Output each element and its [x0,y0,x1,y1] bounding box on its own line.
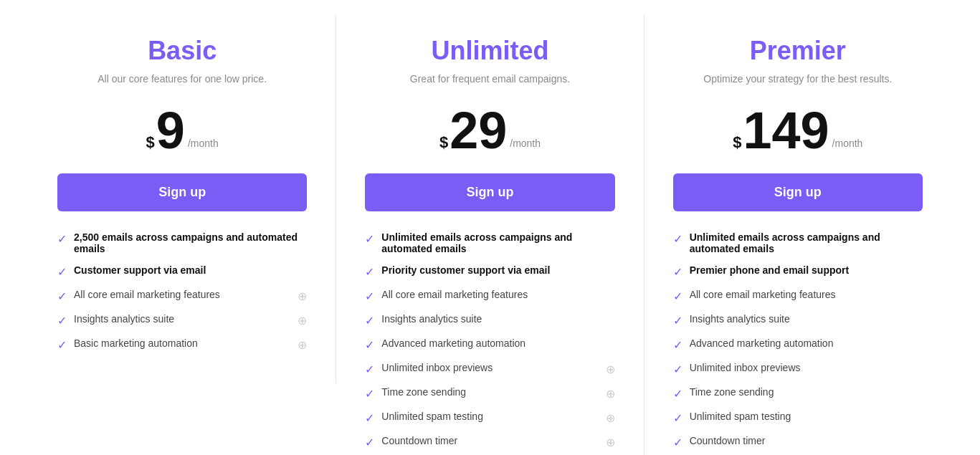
plan-name-unlimited: Unlimited [365,36,614,66]
list-item: ✓Advanced marketing automation [365,337,614,352]
list-item: ✓Unlimited inbox previews⊕ [365,362,614,376]
list-item: ✓Advanced marketing automation [673,337,923,352]
list-item: ✓Countdown timer⊕ [365,435,614,449]
check-icon: ✓ [673,411,682,425]
check-icon: ✓ [57,314,67,327]
feature-text: Insights analytics suite [74,313,290,325]
price-row-premier: $149/month [673,105,923,156]
feature-text: Unlimited emails across campaigns and au… [381,231,614,254]
feature-text: Countdown timer [381,435,598,446]
list-item: ✓All core email marketing features [365,289,614,303]
feature-text: Time zone sending [690,386,923,398]
feature-text: Countdown timer [690,435,923,446]
plan-card-unlimited: UnlimitedGreat for frequent email campai… [336,14,644,455]
feature-text: Insights analytics suite [381,313,614,325]
list-item: ✓2,500 emails across campaigns and autom… [57,231,307,254]
check-icon: ✓ [673,314,682,327]
feature-text: Premier phone and email support [690,264,923,276]
list-item: ✓All core email marketing features [673,289,923,303]
plan-card-premier: PremierOptimize your strategy for the be… [644,14,951,455]
check-icon: ✓ [365,232,374,246]
price-period-premier: /month [832,138,863,149]
feature-text: Unlimited spam testing [381,411,598,422]
expand-icon[interactable]: ⊕ [606,363,615,376]
list-item: ✓Customer support via email [57,264,307,279]
price-amount-unlimited: 29 [449,105,507,156]
list-item: ✓Unlimited emails across campaigns and a… [365,231,614,254]
check-icon: ✓ [365,411,374,425]
feature-text: Advanced marketing automation [381,337,614,349]
list-item: ✓Unlimited spam testing [673,411,923,425]
check-icon: ✓ [57,232,67,246]
check-icon: ✓ [673,265,682,279]
check-icon: ✓ [57,265,67,279]
feature-text: Customer support via email [74,264,307,276]
check-icon: ✓ [365,265,374,279]
check-icon: ✓ [57,289,67,303]
feature-text: All core email marketing features [74,289,290,300]
plan-name-premier: Premier [673,36,923,66]
signup-button-unlimited[interactable]: Sign up [365,173,614,211]
expand-icon[interactable]: ⊕ [606,436,615,449]
check-icon: ✓ [365,289,374,303]
plan-tagline-premier: Optimize your strategy for the best resu… [673,73,923,87]
list-item: ✓Time zone sending [673,386,923,401]
pricing-container: BasicAll our core features for one low p… [0,0,980,455]
signup-button-basic[interactable]: Sign up [57,173,307,211]
plan-tagline-basic: All our core features for one low price. [57,73,307,87]
check-icon: ✓ [365,363,374,376]
features-list-premier: ✓Unlimited emails across campaigns and a… [673,231,923,449]
price-amount-basic: 9 [156,105,185,156]
features-list-unlimited: ✓Unlimited emails across campaigns and a… [365,231,614,449]
list-item: ✓Time zone sending⊕ [365,386,614,401]
list-item: ✓Unlimited spam testing⊕ [365,411,614,425]
features-list-basic: ✓2,500 emails across campaigns and autom… [57,231,307,352]
feature-text: Insights analytics suite [690,313,923,325]
list-item: ✓Insights analytics suite [365,313,614,327]
feature-text: All core email marketing features [690,289,923,300]
price-dollar-unlimited: $ [439,135,448,150]
price-period-unlimited: /month [510,138,541,149]
price-period-basic: /month [188,138,219,149]
check-icon: ✓ [673,232,682,246]
check-icon: ✓ [57,338,67,352]
feature-text: Advanced marketing automation [690,337,923,349]
expand-icon[interactable]: ⊕ [298,289,307,303]
price-row-basic: $9/month [57,105,307,156]
check-icon: ✓ [365,387,374,401]
check-icon: ✓ [365,338,374,352]
plan-tagline-unlimited: Great for frequent email campaigns. [365,73,614,87]
list-item: ✓Insights analytics suite⊕ [57,313,307,327]
price-dollar-basic: $ [146,135,155,150]
list-item: ✓Unlimited emails across campaigns and a… [673,231,923,254]
list-item: ✓Priority customer support via email [365,264,614,279]
feature-text: Priority customer support via email [381,264,614,276]
feature-text: Unlimited spam testing [690,411,923,422]
list-item: ✓All core email marketing features⊕ [57,289,307,303]
feature-text: All core email marketing features [381,289,614,300]
feature-text: Unlimited emails across campaigns and au… [690,231,923,254]
check-icon: ✓ [365,314,374,327]
plan-card-basic: BasicAll our core features for one low p… [29,14,336,383]
feature-text: Time zone sending [381,386,598,398]
signup-button-premier[interactable]: Sign up [673,173,923,211]
check-icon: ✓ [673,436,682,449]
check-icon: ✓ [365,436,374,449]
list-item: ✓Unlimited inbox previews [673,362,923,376]
list-item: ✓Insights analytics suite [673,313,923,327]
price-row-unlimited: $29/month [365,105,614,156]
plan-name-basic: Basic [57,36,307,66]
feature-text: Unlimited inbox previews [381,362,598,373]
check-icon: ✓ [673,338,682,352]
expand-icon[interactable]: ⊕ [606,411,615,425]
feature-text: Basic marketing automation [74,337,290,349]
price-amount-premier: 149 [743,105,829,156]
expand-icon[interactable]: ⊕ [298,314,307,327]
price-dollar-premier: $ [733,135,741,150]
feature-text: Unlimited inbox previews [690,362,923,373]
check-icon: ✓ [673,289,682,303]
expand-icon[interactable]: ⊕ [298,338,307,352]
check-icon: ✓ [673,387,682,401]
check-icon: ✓ [673,363,682,376]
expand-icon[interactable]: ⊕ [606,387,615,401]
